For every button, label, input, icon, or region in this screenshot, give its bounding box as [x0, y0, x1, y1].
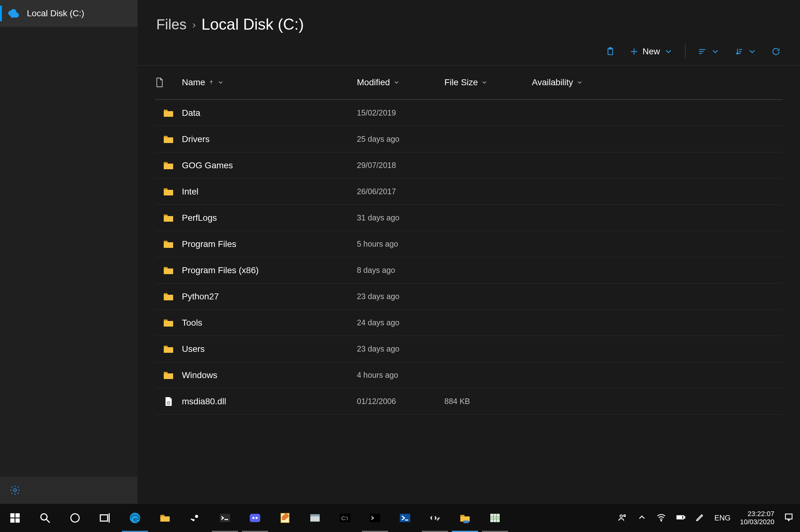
table-row[interactable]: Program Files (x86)8 days ago: [155, 257, 782, 284]
taskbar-app-edge[interactable]: [120, 504, 150, 532]
taskbar-taskview[interactable]: [90, 504, 120, 532]
column-filesize[interactable]: File Size: [444, 77, 532, 88]
dll-file-icon: [164, 396, 173, 407]
taskbar-cortana[interactable]: [60, 504, 90, 532]
column-availability[interactable]: Availability: [532, 77, 619, 88]
edge-icon: [129, 512, 141, 524]
table-row[interactable]: Python2723 days ago: [155, 284, 782, 310]
svg-rect-63: [490, 514, 500, 522]
tray-language[interactable]: ENG: [714, 514, 731, 522]
svg-point-41: [190, 513, 200, 523]
folder-icon: [163, 292, 174, 301]
row-name: Data: [182, 108, 357, 118]
settings-button[interactable]: [0, 476, 138, 504]
row-modified: 5 hours ago: [357, 240, 444, 248]
column-name[interactable]: Name: [182, 77, 357, 88]
tray-ink[interactable]: [695, 512, 705, 524]
row-name: Tools: [182, 318, 357, 328]
taskbar-app-generic1[interactable]: [300, 504, 330, 532]
table-row[interactable]: Windows4 hours ago: [155, 362, 782, 388]
refresh-button[interactable]: [769, 42, 783, 61]
tray-wifi[interactable]: [656, 512, 666, 524]
folder-app-icon: [459, 512, 471, 524]
svg-rect-17: [164, 110, 167, 111]
taskbar-app-cmd[interactable]: C:\: [330, 504, 360, 532]
taskbar-app-cmd2[interactable]: [360, 504, 390, 532]
row-modified: 15/02/2019: [357, 108, 444, 117]
table-row[interactable]: Intel26/06/2017: [155, 178, 782, 205]
paste-button[interactable]: [603, 42, 618, 61]
tray-action-center[interactable]: [784, 512, 794, 524]
svg-rect-22: [164, 241, 167, 242]
table-row[interactable]: Users23 days ago: [155, 336, 782, 362]
table-row[interactable]: Data15/02/2019: [155, 100, 782, 126]
table-row[interactable]: msdia80.dll01/12/2006884 KB: [155, 388, 782, 415]
svg-point-68: [620, 515, 622, 517]
tab-label: Local Disk (C:): [27, 8, 84, 18]
people-icon: [618, 512, 628, 522]
breadcrumb-root[interactable]: Files: [156, 16, 186, 33]
table-row[interactable]: Tools24 days ago: [155, 310, 782, 336]
view-grouping-button[interactable]: [695, 42, 723, 61]
taskbar-search[interactable]: [30, 504, 60, 532]
column-type[interactable]: [155, 77, 182, 88]
tray-people[interactable]: [618, 512, 628, 524]
taskbar-app-devtools[interactable]: [420, 504, 450, 532]
tray-battery[interactable]: [676, 512, 686, 524]
taskbar-app-discord[interactable]: [240, 504, 270, 532]
taskbar-app-files[interactable]: [450, 504, 480, 532]
sort-asc-icon: [208, 80, 214, 85]
taskbar-app-spreadsheet[interactable]: [480, 504, 510, 532]
sort-button[interactable]: [732, 42, 759, 61]
svg-rect-37: [100, 515, 108, 521]
table-header: Name Modified File Size Availability: [155, 65, 782, 100]
refresh-icon: [771, 47, 781, 56]
tab-local-disk[interactable]: Local Disk (C:): [0, 0, 138, 27]
row-modified: 26/06/2017: [357, 187, 444, 196]
folder-icon: [163, 344, 174, 354]
new-button[interactable]: New: [627, 42, 676, 61]
folder-icon: [163, 266, 174, 275]
chevron-down-icon: [481, 79, 488, 86]
circle-icon: [69, 512, 81, 524]
chevron-down-icon: [393, 79, 400, 86]
system-tray: ENG 23:22:07 10/03/2020: [618, 510, 800, 526]
svg-point-36: [71, 514, 79, 522]
breadcrumb: Files › Local Disk (C:): [138, 0, 800, 37]
row-modified: 4 hours ago: [357, 370, 444, 380]
folder-icon: [163, 135, 174, 144]
table-row[interactable]: GOG Games29/07/2018: [155, 152, 782, 178]
plus-icon: [630, 47, 639, 56]
tray-clock[interactable]: 23:22:07 10/03/2020: [740, 510, 775, 526]
table-row[interactable]: Drivers25 days ago: [155, 126, 782, 152]
window-icon: [309, 512, 321, 524]
column-modified[interactable]: Modified: [357, 77, 444, 88]
svg-line-35: [47, 519, 50, 522]
main: Files › Local Disk (C:) New: [138, 0, 800, 504]
discord-icon: [249, 512, 261, 524]
row-modified: 23 days ago: [357, 292, 444, 301]
file-outline-icon: [155, 77, 164, 88]
taskbar-app-notes[interactable]: [270, 504, 300, 532]
pen-icon: [695, 512, 705, 522]
taskbar-app-terminal[interactable]: [210, 504, 240, 532]
svg-point-49: [256, 517, 258, 519]
terminal-icon: [219, 512, 231, 524]
table-row[interactable]: PerfLogs31 days ago: [155, 205, 782, 231]
svg-rect-27: [164, 372, 167, 374]
taskbar-app-powershell[interactable]: [390, 504, 420, 532]
folder-icon: [163, 240, 174, 249]
row-name: Program Files: [182, 239, 357, 249]
tray-overflow[interactable]: [637, 512, 647, 524]
start-button[interactable]: [0, 504, 30, 532]
taskbar-app-explorer[interactable]: [150, 504, 180, 532]
row-modified: 01/12/2006: [357, 397, 444, 406]
svg-point-48: [253, 517, 255, 519]
chevron-down-icon: [217, 79, 224, 86]
svg-rect-54: [310, 514, 320, 516]
chevron-down-icon: [747, 47, 757, 56]
taskbar-app-steam[interactable]: [180, 504, 210, 532]
toolbar-divider: [685, 44, 686, 59]
svg-rect-72: [684, 516, 685, 518]
table-row[interactable]: Program Files5 hours ago: [155, 231, 782, 257]
